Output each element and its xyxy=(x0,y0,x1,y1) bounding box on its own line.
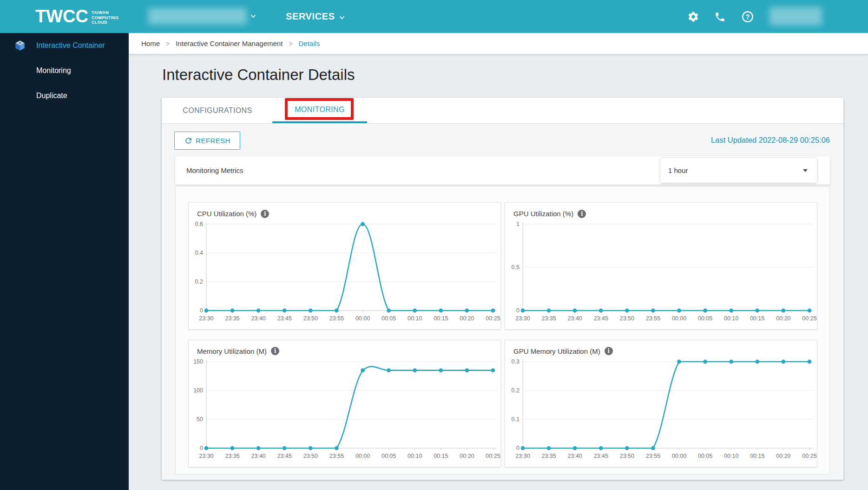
chart-memory-utilization-m: Memory Utilization (M)i05010015023:3023:… xyxy=(188,340,501,467)
breadcrumb-interactive-container-management[interactable]: Interactive Container Management xyxy=(176,40,283,47)
chart-gpu-utilization: GPU Utilization (%)i00.5123:3023:3523:40… xyxy=(505,202,817,330)
sidebar-item-interactive-container[interactable]: Interactive Container xyxy=(0,33,129,58)
svg-text:00:15: 00:15 xyxy=(434,315,448,322)
svg-text:00:25: 00:25 xyxy=(802,315,816,322)
svg-text:00:10: 00:10 xyxy=(724,315,738,322)
svg-text:23:30: 23:30 xyxy=(515,315,530,322)
sidebar-item-label: Duplicate xyxy=(36,92,67,100)
svg-text:150: 150 xyxy=(193,358,203,365)
info-icon[interactable]: i xyxy=(605,347,613,355)
svg-text:00:20: 00:20 xyxy=(460,315,474,322)
breadcrumb-separator: > xyxy=(289,40,292,47)
svg-text:00:25: 00:25 xyxy=(802,453,816,459)
svg-text:0.3: 0.3 xyxy=(512,358,519,365)
svg-text:23:45: 23:45 xyxy=(277,315,292,322)
chart-gpu-memory-utilization-m: GPU Memory Utilization (M)i00.10.20.323:… xyxy=(505,340,817,467)
brand-text: TWCC xyxy=(35,6,88,26)
svg-text:100: 100 xyxy=(193,387,203,394)
breadcrumb: Home>Interactive Container Management>De… xyxy=(129,33,868,54)
brand-tagline: TAIWAN COMPUTING CLOUD xyxy=(92,10,119,25)
chart-title: GPU Memory Utilization (M) xyxy=(513,347,600,355)
monitoring-metrics-label: Monitoring Metrics xyxy=(186,156,243,185)
services-label: SERVICES xyxy=(286,11,335,22)
svg-text:50: 50 xyxy=(197,416,203,423)
services-menu[interactable]: SERVICES xyxy=(286,0,345,33)
sidebar-item-duplicate[interactable]: Duplicate xyxy=(0,83,129,108)
svg-text:00:00: 00:00 xyxy=(672,453,686,459)
svg-text:00:05: 00:05 xyxy=(381,315,396,322)
svg-text:23:40: 23:40 xyxy=(568,315,582,322)
user-account-blurred[interactable] xyxy=(769,7,822,26)
chart-title: Memory Utilization (M) xyxy=(197,347,267,355)
svg-text:00:15: 00:15 xyxy=(750,453,764,459)
chart-header: Memory Utilization (M)i xyxy=(189,340,500,356)
svg-text:0.2: 0.2 xyxy=(195,278,203,285)
twcc-logo[interactable]: TWCC TAIWAN COMPUTING CLOUD xyxy=(35,6,119,26)
details-card: CONFIGURATIONSMONITORING REFRESH Last Up… xyxy=(162,98,843,480)
svg-text:?: ? xyxy=(746,13,750,20)
svg-text:00:10: 00:10 xyxy=(724,453,738,459)
chart-header: GPU Utilization (%)i xyxy=(505,203,817,219)
svg-text:0.4: 0.4 xyxy=(195,250,203,256)
svg-text:23:40: 23:40 xyxy=(568,453,582,459)
project-selector-blurred[interactable] xyxy=(148,8,247,25)
svg-text:23:35: 23:35 xyxy=(541,453,556,459)
svg-text:23:55: 23:55 xyxy=(329,453,344,459)
help-question-icon[interactable]: ? xyxy=(741,10,755,24)
svg-text:00:10: 00:10 xyxy=(408,315,422,322)
info-icon[interactable]: i xyxy=(261,210,269,218)
svg-text:1: 1 xyxy=(516,221,519,227)
svg-text:0: 0 xyxy=(516,307,519,314)
svg-text:0: 0 xyxy=(516,445,519,451)
svg-text:23:50: 23:50 xyxy=(620,453,634,459)
chart-title: CPU Utilization (%) xyxy=(197,210,256,218)
monitoring-metrics-card: Monitoring Metrics 1 hour xyxy=(175,156,830,185)
app-root: TWCC TAIWAN COMPUTING CLOUD SERVICES ? I… xyxy=(0,0,868,490)
svg-text:23:30: 23:30 xyxy=(199,315,213,322)
svg-text:23:50: 23:50 xyxy=(303,453,318,459)
info-icon[interactable]: i xyxy=(271,347,279,355)
breadcrumb-home[interactable]: Home xyxy=(141,40,160,47)
breadcrumb-details: Details xyxy=(299,40,320,47)
svg-text:00:20: 00:20 xyxy=(776,315,790,322)
svg-text:00:00: 00:00 xyxy=(355,453,370,459)
svg-text:00:25: 00:25 xyxy=(486,315,500,322)
chart-title: GPU Utilization (%) xyxy=(513,210,573,218)
refresh-icon xyxy=(184,136,193,145)
chevron-down-icon xyxy=(250,13,256,20)
svg-text:00:05: 00:05 xyxy=(381,453,396,459)
svg-text:0.6: 0.6 xyxy=(195,221,203,227)
sidebar-item-monitoring[interactable]: Monitoring xyxy=(0,58,129,83)
select-arrow-icon xyxy=(803,169,808,172)
phone-contact-icon[interactable] xyxy=(713,10,727,24)
top-header: TWCC TAIWAN COMPUTING CLOUD SERVICES ? xyxy=(0,0,868,33)
refresh-button[interactable]: REFRESH xyxy=(174,132,240,150)
svg-text:00:05: 00:05 xyxy=(698,315,712,322)
sidebar-item-label: Interactive Container xyxy=(36,41,105,50)
svg-text:00:20: 00:20 xyxy=(776,453,790,459)
tab-configurations[interactable]: CONFIGURATIONS xyxy=(170,98,265,123)
svg-text:23:55: 23:55 xyxy=(646,315,660,322)
breadcrumb-separator: > xyxy=(166,40,170,47)
info-icon[interactable]: i xyxy=(578,210,586,218)
svg-text:0: 0 xyxy=(200,307,203,314)
chevron-down-icon xyxy=(339,14,345,21)
sidebar-item-label: Monitoring xyxy=(36,66,71,75)
svg-text:23:35: 23:35 xyxy=(225,453,239,459)
svg-text:23:35: 23:35 xyxy=(225,315,239,322)
svg-text:23:55: 23:55 xyxy=(329,315,344,322)
svg-text:00:05: 00:05 xyxy=(698,453,712,459)
svg-text:23:45: 23:45 xyxy=(594,453,608,459)
svg-text:23:40: 23:40 xyxy=(251,315,266,322)
svg-text:00:15: 00:15 xyxy=(750,315,764,322)
charts-panel: CPU Utilization (%)i00.20.40.623:3023:35… xyxy=(175,186,830,475)
settings-gear-icon[interactable] xyxy=(686,10,700,24)
svg-text:23:45: 23:45 xyxy=(594,315,608,322)
svg-text:23:35: 23:35 xyxy=(541,315,556,322)
time-range-select[interactable]: 1 hour xyxy=(660,158,817,183)
last-updated-text: Last Updated 2022-08-29 00:25:06 xyxy=(711,136,830,145)
svg-text:00:25: 00:25 xyxy=(486,453,500,459)
refresh-label: REFRESH xyxy=(196,137,230,145)
tab-monitoring[interactable]: MONITORING xyxy=(272,98,367,123)
svg-text:00:20: 00:20 xyxy=(460,453,474,459)
